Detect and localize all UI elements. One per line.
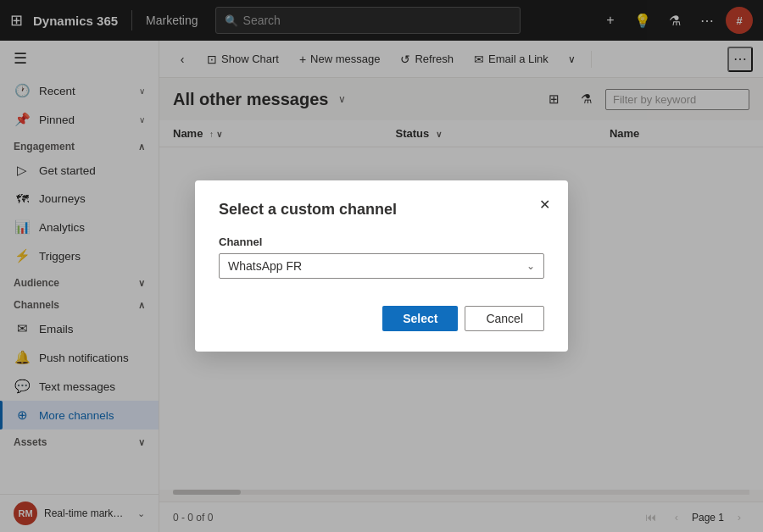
modal-title: Select a custom channel bbox=[219, 201, 544, 219]
modal-footer: Select Cancel bbox=[219, 306, 544, 331]
channel-select-wrapper[interactable]: WhatsApp FR WhatsApp EN Telegram LINE ⌄ bbox=[219, 253, 544, 279]
cancel-button[interactable]: Cancel bbox=[465, 306, 544, 331]
modal-close-button[interactable]: ✕ bbox=[532, 192, 556, 216]
channel-label: Channel bbox=[219, 236, 544, 248]
custom-channel-modal: ✕ Select a custom channel Channel WhatsA… bbox=[195, 180, 568, 352]
modal-overlay: ✕ Select a custom channel Channel WhatsA… bbox=[0, 0, 763, 532]
channel-select[interactable]: WhatsApp FR WhatsApp EN Telegram LINE bbox=[220, 254, 543, 278]
select-button[interactable]: Select bbox=[382, 306, 458, 331]
close-icon: ✕ bbox=[539, 197, 550, 213]
channel-field: Channel WhatsApp FR WhatsApp EN Telegram… bbox=[219, 236, 544, 279]
